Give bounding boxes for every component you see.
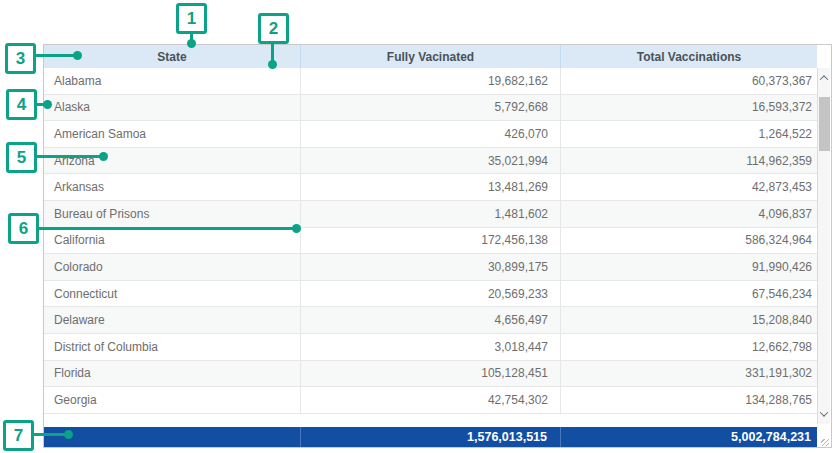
table-row[interactable]: Alaska 5,792,668 16,593,372: [44, 95, 817, 122]
callout-1-dot: [187, 39, 196, 48]
total-vaccinations-cell: 91,990,426: [560, 254, 817, 280]
table-row[interactable]: American Samoa 426,070 1,264,522: [44, 121, 817, 148]
state-cell: Alabama: [44, 68, 300, 94]
chevron-up-icon: [820, 75, 828, 83]
table-row[interactable]: Connecticut 20,569,233 67,546,234: [44, 281, 817, 308]
callout-5: 5: [6, 142, 37, 173]
scroll-up-button[interactable]: [818, 70, 830, 86]
callout-2: 2: [258, 13, 289, 44]
table-row[interactable]: Georgia 42,754,302 134,288,765: [44, 387, 817, 414]
callout-2-dot: [268, 60, 277, 69]
scrollbar-thumb[interactable]: [819, 97, 830, 151]
total-vaccinations-cell: 114,962,359: [560, 148, 817, 174]
chevron-down-icon: [820, 408, 828, 416]
table-row[interactable]: Colorado 30,899,175 91,990,426: [44, 254, 817, 281]
state-cell: American Samoa: [44, 121, 300, 147]
callout-5-connector: [36, 155, 103, 158]
total-vaccinations-cell: 67,546,234: [560, 281, 817, 307]
screenshot-canvas: State Fully Vacinated Total Vaccinations…: [0, 0, 833, 453]
fully-vaccinated-cell: 172,456,138: [300, 228, 560, 254]
table-row[interactable]: Florida 105,128,451 331,191,302: [44, 361, 817, 388]
table-row[interactable]: California 172,456,138 586,324,964: [44, 228, 817, 255]
state-cell: Georgia: [44, 387, 300, 413]
table-row[interactable]: Bureau of Prisons 1,481,602 4,096,837: [44, 201, 817, 228]
table-row[interactable]: Arkansas 13,481,269 42,873,453: [44, 174, 817, 201]
column-header-total-vaccinations[interactable]: Total Vaccinations: [560, 45, 817, 68]
callout-3: 3: [5, 43, 36, 74]
total-vaccinations-cell: 4,096,837: [560, 201, 817, 227]
callout-7-connector: [33, 433, 68, 436]
fully-vaccinated-cell: 13,481,269: [300, 174, 560, 200]
callout-6: 6: [8, 213, 39, 244]
callout-4: 4: [6, 89, 37, 120]
callout-3-connector: [35, 54, 77, 57]
state-cell: Colorado: [44, 254, 300, 280]
callout-3-dot: [73, 51, 82, 60]
total-vaccinations-cell: 1,264,522: [560, 121, 817, 147]
callout-7-dot: [64, 430, 73, 439]
callout-7: 7: [3, 420, 34, 451]
fully-vaccinated-cell: 105,128,451: [300, 361, 560, 387]
total-vaccinations-cell: 586,324,964: [560, 228, 817, 254]
state-cell: California: [44, 228, 300, 254]
fully-vaccinated-cell: 426,070: [300, 121, 560, 147]
table-header-row: State Fully Vacinated Total Vaccinations: [44, 45, 817, 69]
table-row[interactable]: Arizona 35,021,994 114,962,359: [44, 148, 817, 175]
footer-fully-vaccinated-total: 1,576,013,515: [300, 427, 560, 447]
state-cell: Arkansas: [44, 174, 300, 200]
fully-vaccinated-cell: 20,569,233: [300, 281, 560, 307]
fully-vaccinated-cell: 1,481,602: [300, 201, 560, 227]
fully-vaccinated-cell: 4,656,497: [300, 307, 560, 333]
callout-6-connector: [38, 227, 296, 230]
callout-5-dot: [99, 152, 108, 161]
state-cell: Florida: [44, 361, 300, 387]
fully-vaccinated-cell: 30,899,175: [300, 254, 560, 280]
state-cell: District of Columbia: [44, 334, 300, 360]
column-header-state[interactable]: State: [44, 45, 300, 68]
state-cell: Bureau of Prisons: [44, 201, 300, 227]
total-vaccinations-cell: 16,593,372: [560, 95, 817, 121]
fully-vaccinated-cell: 19,682,162: [300, 68, 560, 94]
total-vaccinations-cell: 12,662,798: [560, 334, 817, 360]
totals-footer-row: 1,576,013,515 5,002,784,231: [44, 427, 817, 447]
state-cell: Delaware: [44, 307, 300, 333]
table-row[interactable]: District of Columbia 3,018,447 12,662,79…: [44, 334, 817, 361]
state-cell: Connecticut: [44, 281, 300, 307]
fully-vaccinated-cell: 35,021,994: [300, 148, 560, 174]
total-vaccinations-cell: 15,208,840: [560, 307, 817, 333]
column-header-fully-vaccinated[interactable]: Fully Vacinated: [300, 45, 560, 68]
table-row[interactable]: Alabama 19,682,162 60,373,367: [44, 68, 817, 95]
resize-grip-icon[interactable]: [821, 439, 829, 446]
table-body: Alabama 19,682,162 60,373,367 Alaska 5,7…: [44, 68, 817, 424]
scroll-down-button[interactable]: [818, 406, 830, 422]
footer-state-cell: [44, 427, 300, 447]
table-row[interactable]: Delaware 4,656,497 15,208,840: [44, 307, 817, 334]
callout-1: 1: [176, 3, 207, 34]
callout-4-dot: [43, 100, 52, 109]
total-vaccinations-cell: 42,873,453: [560, 174, 817, 200]
footer-total-vaccinations-total: 5,002,784,231: [560, 427, 817, 447]
callout-6-dot: [292, 224, 301, 233]
fully-vaccinated-cell: 42,754,302: [300, 387, 560, 413]
attribute-table-widget: State Fully Vacinated Total Vaccinations…: [43, 44, 832, 448]
state-cell: Arizona: [44, 148, 300, 174]
total-vaccinations-cell: 331,191,302: [560, 361, 817, 387]
fully-vaccinated-cell: 5,792,668: [300, 95, 560, 121]
fully-vaccinated-cell: 3,018,447: [300, 334, 560, 360]
total-vaccinations-cell: 134,288,765: [560, 387, 817, 413]
vertical-scrollbar[interactable]: [817, 68, 830, 424]
state-cell: Alaska: [44, 95, 300, 121]
total-vaccinations-cell: 60,373,367: [560, 68, 817, 94]
